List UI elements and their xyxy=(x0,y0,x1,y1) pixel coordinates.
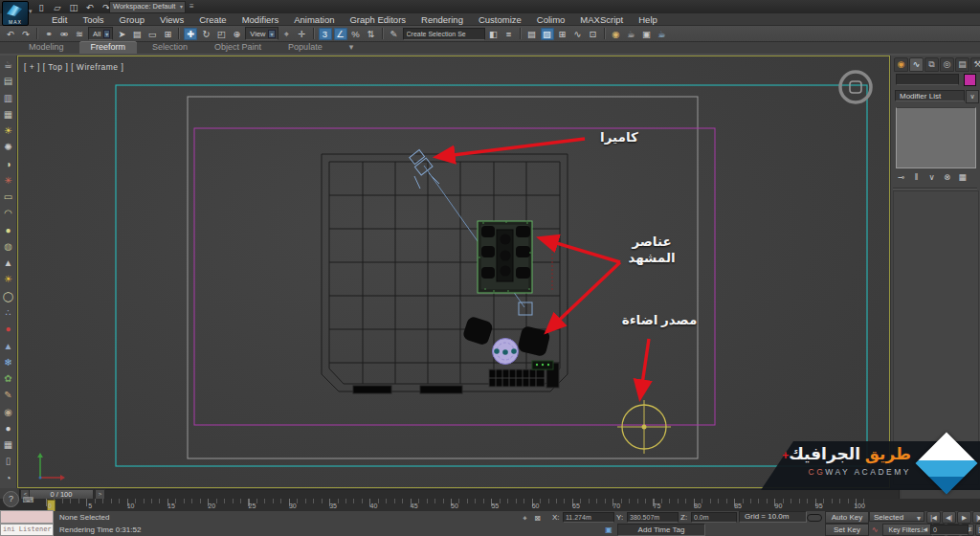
viewport-top[interactable]: [ + ] [ Top ] [ Wireframe ] xyxy=(17,56,890,488)
grid-frame-icon[interactable]: ▦ xyxy=(1,108,15,122)
go-start-icon[interactable]: |◀ xyxy=(926,511,941,524)
select-manipulate-icon[interactable]: ✛ xyxy=(296,28,309,40)
angle-snap-icon[interactable]: ∠ xyxy=(334,28,347,40)
ring-icon[interactable]: ◯ xyxy=(1,290,15,303)
chair-object[interactable] xyxy=(517,325,551,357)
chevron-down-icon[interactable]: ▾ xyxy=(29,8,33,15)
panel-frame-icon[interactable]: ▥ xyxy=(1,92,15,105)
sphere-icon[interactable]: ● xyxy=(1,224,15,237)
rendered-frame-icon[interactable]: ▣ xyxy=(640,28,654,40)
checker-icon[interactable]: ▦ xyxy=(1,438,15,452)
align-icon[interactable]: ≡ xyxy=(502,28,516,40)
counter-object[interactable] xyxy=(489,361,559,388)
sun-icon[interactable]: ☀ xyxy=(1,273,15,286)
snap-3d-icon[interactable]: 3 xyxy=(319,28,332,40)
maxscript-mini-listener-pink[interactable] xyxy=(0,510,54,524)
unlink-icon[interactable]: ⚮ xyxy=(57,28,71,40)
menu-item-help[interactable]: Help xyxy=(631,14,665,25)
time-tag-icon[interactable]: ▣ xyxy=(603,525,614,535)
tab-display-icon[interactable]: ▤ xyxy=(955,57,969,72)
arch-icon[interactable]: ◠ xyxy=(1,207,15,220)
menu-item-tools[interactable]: Tools xyxy=(75,14,111,25)
viewport-label[interactable]: [ + ] [ Top ] [ Wireframe ] xyxy=(24,62,123,72)
bind-spacewarp-icon[interactable]: ≋ xyxy=(73,28,86,40)
image-frame-icon[interactable]: ▤ xyxy=(1,75,15,88)
object-name-field[interactable] xyxy=(896,74,959,85)
application-menu-button[interactable]: MAX xyxy=(2,1,29,26)
camera-icon[interactable] xyxy=(410,150,439,189)
teapot-icon[interactable]: ☕ xyxy=(1,58,15,72)
menu-item-modifiers[interactable]: Modifiers xyxy=(234,14,287,25)
set-keys-icon[interactable]: ∿ xyxy=(869,525,880,535)
workspace-dropdown[interactable]: Workspace: Default xyxy=(109,1,186,13)
fan-icon[interactable]: ✳ xyxy=(1,174,15,188)
edit-named-selections-icon[interactable]: ✎ xyxy=(388,28,401,40)
window-crossing-icon[interactable]: ⊞ xyxy=(161,28,174,40)
render-setup-icon[interactable]: ☕ xyxy=(625,28,638,40)
set-key-button[interactable]: Set Key xyxy=(825,524,869,536)
flower-icon[interactable]: ✿ xyxy=(1,372,15,386)
mono-panel-icon[interactable]: ▯ xyxy=(1,455,15,468)
chevron-down-icon[interactable]: ▾ xyxy=(913,513,924,524)
x-coordinate-field[interactable] xyxy=(563,512,614,523)
disc-icon[interactable]: ◍ xyxy=(1,240,15,254)
snowflake-icon[interactable]: ❄ xyxy=(1,356,15,369)
modifier-stack[interactable] xyxy=(896,107,976,168)
menu-item-edit[interactable]: Edit xyxy=(44,14,75,25)
tab-motion-icon[interactable]: ◎ xyxy=(940,57,954,72)
tab-utilities-icon[interactable]: ⚒ xyxy=(970,57,980,72)
selection-filter-dropdown[interactable]: All ▾ xyxy=(88,27,113,40)
ribbon-tab--[interactable]: ▾ xyxy=(338,41,366,54)
menu-item-group[interactable]: Group xyxy=(112,14,152,25)
remove-modifier-icon[interactable]: ⊗ xyxy=(941,171,953,183)
mountain-icon[interactable]: ▲ xyxy=(1,340,15,353)
ribbon-tab-modeling[interactable]: Modeling xyxy=(17,41,76,54)
next-frame-icon[interactable]: |▶ xyxy=(972,511,980,524)
new-scene-icon[interactable]: ▯ xyxy=(34,1,48,13)
halfdome-icon[interactable]: ◑ xyxy=(1,158,15,171)
dining-set-group[interactable] xyxy=(478,221,532,293)
z-coordinate-field[interactable] xyxy=(691,512,737,523)
menu-item-views[interactable]: Views xyxy=(152,14,191,25)
tab-modify-icon[interactable]: ∿ xyxy=(909,57,924,72)
menu-item-rendering[interactable]: Rendering xyxy=(413,14,471,25)
toolbar-options-icon[interactable]: ≡ xyxy=(189,2,194,11)
viewport-canvas[interactable] xyxy=(18,56,889,487)
menu-item-graph-editors[interactable]: Graph Editors xyxy=(342,14,413,25)
rain-icon[interactable]: ∴ xyxy=(1,306,15,320)
layer-manager-icon[interactable]: ▤ xyxy=(525,28,539,40)
ribbon-tab-freeform[interactable]: Freeform xyxy=(79,41,138,54)
menu-item-colimo[interactable]: Colimo xyxy=(529,14,573,25)
ribbon-tab-selection[interactable]: Selection xyxy=(141,41,199,54)
prev-frame-icon[interactable]: ◀| xyxy=(942,511,956,524)
select-by-name-icon[interactable]: ▤ xyxy=(130,28,144,40)
gray-ball-icon[interactable]: ● xyxy=(1,422,15,436)
frame-spinner[interactable]: ≡ xyxy=(965,525,976,535)
ribbon-tab-object-paint[interactable]: Object Paint xyxy=(203,41,273,54)
round-table-object[interactable] xyxy=(493,339,519,365)
undo-icon[interactable]: ↶ xyxy=(4,28,17,40)
select-rotate-icon[interactable]: ↻ xyxy=(199,28,212,40)
percent-snap-icon[interactable]: % xyxy=(349,28,363,40)
ribbon-tab-populate[interactable]: Populate xyxy=(277,41,334,54)
keyboard-override-icon[interactable]: ⌨ xyxy=(21,495,35,505)
save-file-icon[interactable]: ◫ xyxy=(67,1,80,13)
graphite-toggle-icon[interactable]: ⊞ xyxy=(556,28,569,40)
menu-item-create[interactable]: Create xyxy=(191,14,234,25)
red-ball-icon[interactable]: ● xyxy=(1,323,15,336)
cone-icon[interactable]: ▲ xyxy=(1,257,15,270)
select-link-icon[interactable]: ⚭ xyxy=(42,28,56,40)
tab-hierarchy-icon[interactable]: ⧉ xyxy=(924,57,939,72)
y-coordinate-field[interactable] xyxy=(627,512,679,523)
chair-object[interactable] xyxy=(462,316,494,346)
redo-icon[interactable]: ↷ xyxy=(19,28,33,40)
select-scale-icon[interactable]: ◰ xyxy=(214,28,228,40)
menu-item-maxscript[interactable]: MAXScript xyxy=(572,14,631,25)
pin-stack-icon[interactable]: ⊸ xyxy=(895,171,907,183)
undo-icon[interactable]: ↶ xyxy=(83,1,97,13)
select-place-icon[interactable]: ⊕ xyxy=(230,28,243,40)
auto-key-button[interactable]: Auto Key xyxy=(825,511,869,524)
menu-item-animation[interactable]: Animation xyxy=(286,14,342,25)
configure-modifier-sets-icon[interactable]: ▦ xyxy=(956,171,969,183)
scene-explorer-icon[interactable]: ▨ xyxy=(541,28,554,40)
